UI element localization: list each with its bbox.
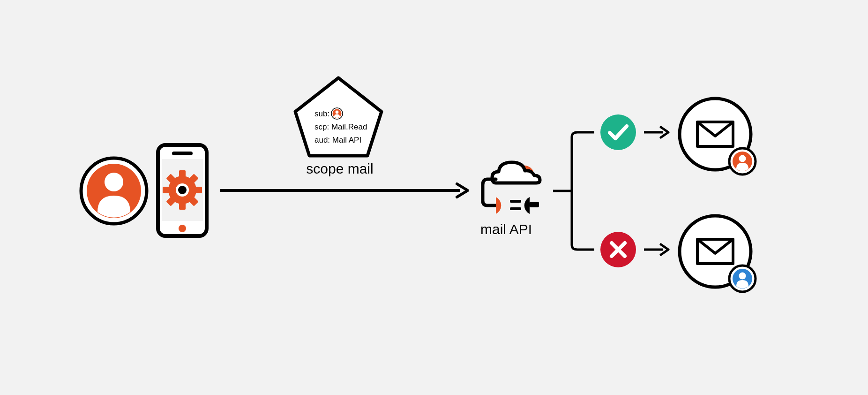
scope-label: scope mail bbox=[302, 161, 377, 177]
mailbox-orange-user-icon bbox=[677, 96, 761, 180]
user-avatar-icon bbox=[79, 156, 149, 226]
arrow-after-x-icon bbox=[643, 243, 670, 257]
svg-rect-9 bbox=[179, 203, 186, 210]
svg-rect-22 bbox=[530, 202, 539, 207]
cloud-plug-api-icon bbox=[469, 156, 544, 217]
deny-x-icon bbox=[600, 231, 636, 268]
svg-rect-11 bbox=[195, 187, 202, 193]
mail-api-label: mail API bbox=[473, 221, 539, 237]
arrow-after-check-icon bbox=[643, 125, 670, 139]
svg-rect-8 bbox=[179, 170, 186, 177]
token-sub-label: sub: bbox=[314, 109, 329, 119]
svg-point-25 bbox=[600, 114, 636, 150]
svg-point-21 bbox=[336, 111, 339, 114]
main-flow-arrow-icon bbox=[220, 181, 469, 200]
mobile-app-icon bbox=[154, 141, 210, 240]
svg-point-17 bbox=[178, 186, 187, 194]
svg-point-33 bbox=[739, 155, 746, 162]
token-sub-user-icon bbox=[331, 107, 343, 120]
allow-check-icon bbox=[600, 114, 636, 151]
svg-rect-24 bbox=[510, 207, 521, 210]
branch-connector-icon bbox=[553, 128, 595, 254]
svg-rect-4 bbox=[172, 152, 193, 155]
svg-rect-23 bbox=[510, 200, 521, 203]
svg-point-2 bbox=[105, 173, 123, 191]
svg-rect-10 bbox=[163, 187, 169, 193]
token-sub-text: sub: bbox=[314, 109, 329, 118]
svg-point-6 bbox=[179, 225, 186, 232]
svg-point-38 bbox=[739, 273, 746, 280]
mailbox-blue-user-icon bbox=[677, 213, 761, 297]
token-aud-line: aud: Mail API bbox=[314, 136, 361, 145]
token-scp-line: scp: Mail.Read bbox=[314, 122, 367, 132]
